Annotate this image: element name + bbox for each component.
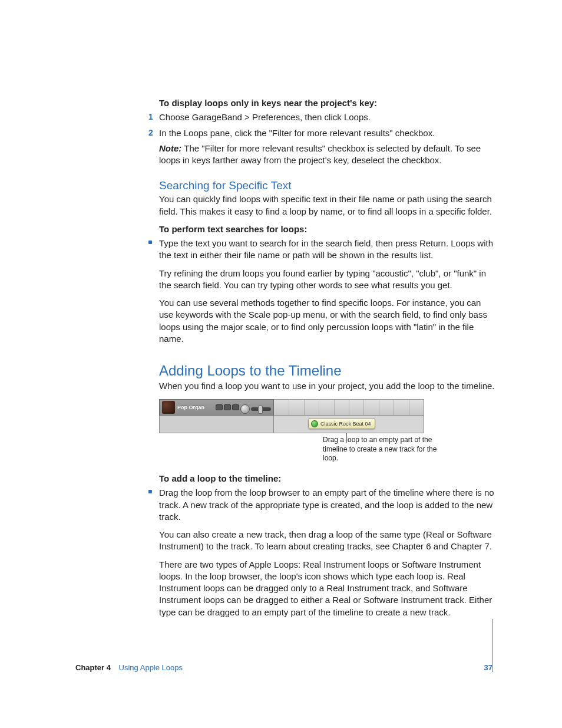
chapter-label: Chapter 4 — [75, 663, 111, 672]
mute-button[interactable] — [224, 404, 231, 410]
add-para-1: You can also create a new track, then dr… — [159, 529, 495, 553]
empty-track-header — [159, 416, 274, 433]
track-name: Pop Organ — [177, 404, 204, 410]
instrument-icon — [162, 401, 175, 414]
lead-in-text-search: To perform text searches for loops: — [159, 223, 495, 235]
step-text: In the Loops pane, click the "Filter for… — [159, 128, 435, 138]
pan-knob[interactable] — [240, 404, 250, 414]
step-number: 2 — [148, 127, 153, 139]
note-text: The "Filter for more relevant results" c… — [159, 143, 481, 165]
bullet-icon — [148, 490, 152, 493]
add-para-2: There are two types of Apple Loops: Real… — [159, 559, 495, 618]
bullet-text: Type the text you want to search for in … — [159, 238, 493, 260]
step-text: Choose GarageBand > Preferences, then cl… — [159, 112, 371, 122]
timeline-ruler — [274, 399, 424, 416]
figure-caption: Drag a loop to an empty part of the time… — [323, 436, 441, 463]
note-label: Note: — [159, 143, 181, 153]
search-bullet: Type the text you want to search for in … — [159, 238, 495, 262]
searching-intro: You can quickly find loops with specific… — [159, 193, 495, 218]
timeline-body[interactable]: Classic Rock Beat 04 — [274, 416, 424, 433]
solo-button[interactable] — [232, 404, 239, 410]
page-footer: Chapter 4 Using Apple Loops 37 — [75, 663, 492, 672]
record-enable-button[interactable] — [216, 404, 223, 410]
loop-chip-label: Classic Rock Beat 04 — [320, 421, 371, 427]
page-number: 37 — [484, 663, 492, 672]
bullet-text: Drag the loop from the loop browser to a… — [159, 487, 494, 522]
note-paragraph: Note: The "Filter for more relevant resu… — [159, 143, 495, 167]
subhead-searching: Searching for Specific Text — [159, 179, 495, 192]
step-2: 2 In the Loops pane, click the "Filter f… — [159, 127, 495, 139]
page: To display loops only in keys near the p… — [0, 0, 562, 728]
adding-intro: When you find a loop you want to use in … — [159, 380, 495, 392]
volume-slider[interactable] — [251, 407, 271, 411]
section-adding: Adding Loops to the Timeline — [159, 363, 495, 379]
callout-line — [346, 433, 347, 443]
figure-row-track: Pop Organ — [159, 399, 424, 416]
content-column: To display loops only in keys near the p… — [159, 97, 495, 624]
loop-chip[interactable]: Classic Rock Beat 04 — [308, 418, 375, 429]
track-header: Pop Organ — [159, 399, 274, 416]
step-1: 1 Choose GarageBand > Preferences, then … — [159, 111, 495, 123]
lead-in-display-keys: To display loops only in keys near the p… — [159, 97, 495, 109]
loop-type-icon — [311, 420, 318, 427]
timeline-figure: Pop Organ — [159, 399, 424, 433]
step-number: 1 — [148, 111, 153, 123]
chapter-name: Using Apple Loops — [119, 663, 183, 672]
search-para-2: You can use several methods together to … — [159, 297, 495, 345]
lead-in-add-loop: To add a loop to the timeline: — [159, 473, 495, 485]
track-controls — [216, 404, 271, 414]
footer-left: Chapter 4 Using Apple Loops — [75, 663, 183, 672]
search-para-1: Try refining the drum loops you found ea… — [159, 268, 495, 292]
figure-row-empty: Classic Rock Beat 04 — [159, 416, 424, 433]
bullet-icon — [148, 241, 152, 244]
add-bullet: Drag the loop from the loop browser to a… — [159, 487, 495, 523]
